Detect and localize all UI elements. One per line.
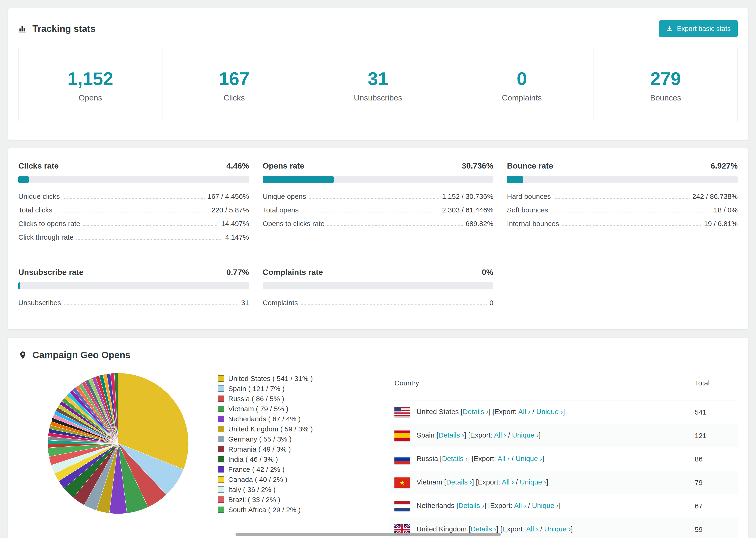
rate-stat-value: 242 / 86.738% xyxy=(692,192,738,200)
dotted-leader xyxy=(554,198,689,199)
export-unique-link[interactable]: Unique › xyxy=(512,431,539,439)
flag-icon-vn xyxy=(395,477,410,488)
export-unique-link[interactable]: Unique › xyxy=(536,407,563,415)
rate-stat-label: Total clicks xyxy=(18,206,52,214)
geo-opens-header: Campaign Geo Opens xyxy=(8,338,748,365)
country-cell: Russia [Details ›] [Export: All › / Uniq… xyxy=(389,447,689,471)
geo-table-row-netherlands: Netherlands [Details ›] [Export: All › /… xyxy=(389,494,738,518)
rate-stat-label: Click through rate xyxy=(18,233,74,241)
stat-label: Complaints xyxy=(453,93,591,102)
tracking-stats-title: Tracking stats xyxy=(18,24,95,34)
stat-label: Unsubscribes xyxy=(308,93,448,102)
details-link[interactable]: Details › xyxy=(458,501,484,509)
geo-table-row-spain: Spain [Details ›] [Export: All › / Uniqu… xyxy=(389,424,738,447)
dotted-leader xyxy=(55,212,208,212)
country-name: United Kingdom xyxy=(416,525,466,533)
details-link[interactable]: Details › xyxy=(470,525,496,533)
export-label: Export: xyxy=(473,455,496,462)
tracking-stats-header: Tracking stats Export basic stats xyxy=(8,8,748,48)
total-column-header: Total xyxy=(689,365,738,401)
rate-rows: Unsubscribes31 xyxy=(18,299,249,312)
export-label: Export: xyxy=(502,525,524,533)
geo-table-row-united-states: United States [Details ›] [Export: All ›… xyxy=(389,401,738,424)
geo-pie-chart xyxy=(18,365,218,516)
country-cell: Spain [Details ›] [Export: All › / Uniqu… xyxy=(389,424,689,447)
details-link[interactable]: Details › xyxy=(442,455,468,462)
legend-label: India ( 46 / 3% ) xyxy=(228,456,278,463)
details-link[interactable]: Details › xyxy=(463,407,489,415)
details-link[interactable]: Details › xyxy=(438,431,464,439)
country-name: Russia xyxy=(416,455,438,462)
page: Tracking stats Export basic stats 1,152O… xyxy=(0,0,756,538)
export-basic-stats-button[interactable]: Export basic stats xyxy=(659,20,738,37)
geo-table-row-russia: Russia [Details ›] [Export: All › / Uniq… xyxy=(389,447,738,471)
rate-stat-label: Opens to clicks rate xyxy=(263,220,324,228)
stat-card-clicks: 167Clicks xyxy=(162,48,306,121)
export-unique-link[interactable]: Unique › xyxy=(515,455,542,462)
country-name: Vietnam xyxy=(416,478,442,486)
export-unique-link[interactable]: Unique › xyxy=(544,525,571,533)
rate-title: Unsubscribe rate xyxy=(18,268,83,277)
rate-panel-opens-rate: Opens rate30.736%Unique opens1,152 / 30.… xyxy=(263,161,494,247)
geo-opens-table: Country Total United States [Details ›] … xyxy=(389,365,738,538)
legend-swatch xyxy=(218,497,224,503)
dotted-leader xyxy=(64,304,239,305)
stat-label: Opens xyxy=(21,93,160,102)
rate-stat-label: Unsubscribes xyxy=(18,299,61,307)
details-link[interactable]: Details › xyxy=(446,478,472,486)
flag-icon-us xyxy=(395,407,410,417)
country-name: Spain xyxy=(416,431,435,439)
legend-label: Vietnam ( 79 / 5% ) xyxy=(228,405,288,413)
legend-label: Brazil ( 33 / 2% ) xyxy=(228,496,280,504)
rate-stat-row: Total opens2,303 / 61.446% xyxy=(263,206,494,220)
legend-swatch xyxy=(218,466,224,472)
rate-stat-row: Soft bounces18 / 0% xyxy=(507,206,738,220)
export-unique-link[interactable]: Unique › xyxy=(520,478,546,486)
country-column-header: Country xyxy=(389,365,689,401)
dotted-leader xyxy=(83,225,218,226)
dotted-leader xyxy=(562,225,701,226)
bar-chart-icon xyxy=(18,25,27,33)
country-total: 67 xyxy=(689,494,738,518)
stat-label: Clicks xyxy=(165,93,304,102)
export-all-link[interactable]: All › xyxy=(498,455,510,462)
campaign-geo-opens-card: Campaign Geo Opens United States ( 541 /… xyxy=(8,337,748,538)
flag-icon-es xyxy=(395,430,410,441)
rate-rows: Unique clicks167 / 4.456%Total clicks220… xyxy=(18,192,249,247)
export-all-link[interactable]: All › xyxy=(514,501,526,509)
stat-value: 167 xyxy=(165,68,304,89)
rate-value: 0.77% xyxy=(226,268,249,277)
rate-stat-value: 167 / 4.456% xyxy=(207,192,249,200)
legend-item-netherlands: Netherlands ( 67 / 4% ) xyxy=(218,414,389,424)
rate-value: 6.927% xyxy=(711,161,738,170)
country-total: 59 xyxy=(689,518,738,538)
legend-label: France ( 42 / 2% ) xyxy=(228,465,285,473)
geo-table-wrap: Country Total United States [Details ›] … xyxy=(389,365,738,538)
horizontal-scrollbar-thumb[interactable] xyxy=(236,533,501,536)
progress-bar xyxy=(18,176,249,183)
export-all-link[interactable]: All › xyxy=(518,407,531,415)
dotted-leader xyxy=(551,212,711,212)
legend-label: United States ( 541 / 31% ) xyxy=(228,375,313,383)
export-all-link[interactable]: All › xyxy=(494,431,506,439)
country-total: 79 xyxy=(689,471,738,494)
export-label: Export: xyxy=(490,501,513,509)
rate-stat-label: Hard bounces xyxy=(507,192,551,200)
stat-value: 0 xyxy=(453,68,591,89)
export-unique-link[interactable]: Unique › xyxy=(532,501,559,509)
legend-item-united-kingdom: United Kingdom ( 59 / 3% ) xyxy=(218,424,389,434)
legend-swatch xyxy=(218,446,224,452)
export-all-link[interactable]: All › xyxy=(502,478,514,486)
legend-item-brazil: Brazil ( 33 / 2% ) xyxy=(218,495,389,505)
export-label: Export: xyxy=(495,407,517,415)
rate-stat-label: Unique opens xyxy=(263,192,306,200)
rate-header: Unsubscribe rate0.77% xyxy=(18,268,249,277)
country-cell: United States [Details ›] [Export: All ›… xyxy=(389,401,689,424)
rate-stat-row: Complaints0 xyxy=(263,299,494,312)
rate-stat-value: 14.497% xyxy=(221,220,249,228)
dotted-leader xyxy=(63,198,205,199)
rate-stat-label: Complaints xyxy=(263,299,298,307)
legend-swatch xyxy=(218,476,224,483)
stat-card-complaints: 0Complaints xyxy=(450,48,594,121)
export-all-link[interactable]: All › xyxy=(526,525,538,533)
